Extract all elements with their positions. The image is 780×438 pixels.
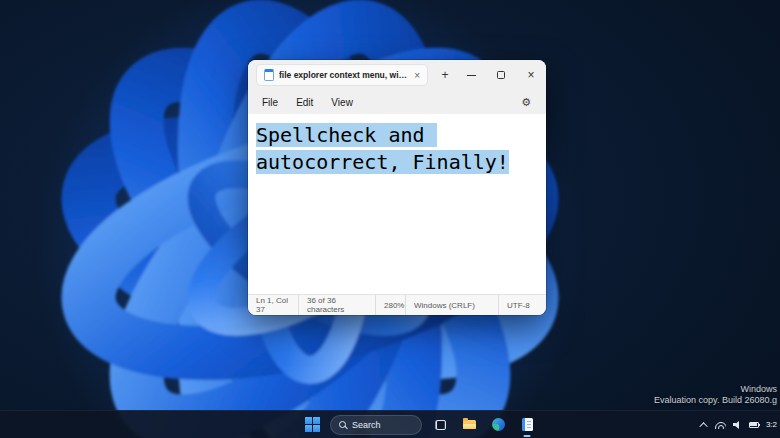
editor-line: autocorrect, Finally! <box>256 149 538 176</box>
notepad-icon <box>264 69 274 81</box>
search-icon <box>339 421 346 428</box>
taskbar-clock[interactable]: 3:2 <box>766 420 777 429</box>
search-label: Search <box>352 420 381 430</box>
titlebar[interactable]: file explorer context menu, window × + × <box>248 60 546 90</box>
minimize-icon <box>467 75 476 76</box>
status-character-count: 36 of 36 characters <box>298 295 375 315</box>
watermark-line1: Windows <box>654 384 777 395</box>
tab-file-explorer-context-menu[interactable]: file explorer context menu, window × <box>256 64 428 86</box>
minimize-button[interactable] <box>456 60 486 90</box>
status-cursor-position: Ln 1, Col 37 <box>248 295 298 315</box>
system-tray: 3:2 <box>702 411 780 438</box>
taskbar-center-group: Search <box>301 411 538 438</box>
taskbar: Search 3:2 <box>0 410 780 438</box>
statusbar: Ln 1, Col 37 36 of 36 characters 280% Wi… <box>248 294 546 315</box>
volume-icon[interactable] <box>733 421 742 429</box>
status-zoom-level[interactable]: 280% <box>375 295 405 315</box>
notepad-window: file explorer context menu, window × + ×… <box>248 60 546 315</box>
maximize-button[interactable] <box>486 60 516 90</box>
selected-text: Spellcheck and <box>256 123 437 147</box>
new-tab-button[interactable]: + <box>436 66 454 84</box>
file-explorer-button[interactable] <box>458 412 480 438</box>
task-view-button[interactable] <box>429 412 451 438</box>
maximize-icon <box>497 71 505 79</box>
close-icon: × <box>527 69 534 81</box>
battery-icon[interactable] <box>749 422 759 428</box>
watermark-line2: Evaluation copy. Build 26080.g <box>654 395 777 406</box>
status-line-ending: Windows (CRLF) <box>405 295 498 315</box>
tab-title: file explorer context menu, window <box>279 70 407 80</box>
task-view-icon <box>435 420 446 430</box>
folder-icon <box>463 420 476 429</box>
close-button[interactable]: × <box>516 60 546 90</box>
settings-gear-icon[interactable]: ⚙ <box>512 96 540 109</box>
menubar: File Edit View ⚙ <box>248 90 546 114</box>
watermark: Windows Evaluation copy. Build 26080.g <box>654 384 777 406</box>
tab-close-icon[interactable]: × <box>414 70 420 81</box>
text-editor[interactable]: Spellcheck and autocorrect, Finally! <box>248 114 546 294</box>
menu-view[interactable]: View <box>323 94 361 111</box>
menu-edit[interactable]: Edit <box>288 94 321 111</box>
notepad-app-icon <box>522 418 533 431</box>
editor-line: Spellcheck and <box>256 122 538 149</box>
menu-file[interactable]: File <box>254 94 286 111</box>
edge-icon <box>492 418 505 431</box>
status-encoding: UTF-8 <box>498 295 546 315</box>
taskbar-search[interactable]: Search <box>330 415 422 435</box>
tray-chevron-up-icon[interactable] <box>699 422 707 430</box>
selected-text: autocorrect, Finally! <box>256 150 509 174</box>
windows-logo-icon <box>305 417 320 432</box>
network-icon[interactable] <box>715 421 726 429</box>
start-button[interactable] <box>301 412 323 438</box>
notepad-taskbar-button[interactable] <box>516 412 538 438</box>
edge-button[interactable] <box>487 412 509 438</box>
